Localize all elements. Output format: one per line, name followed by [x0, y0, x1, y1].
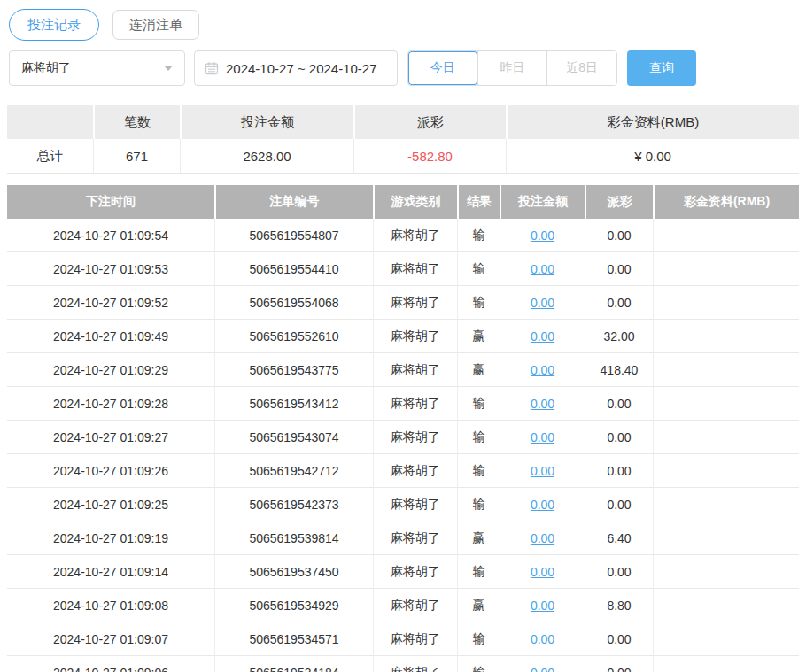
table-row: 2024-10-27 01:09:285065619543412麻将胡了输0.0…	[7, 387, 799, 421]
bet-amount-link[interactable]: 0.00	[531, 464, 554, 478]
cell-payout: 0.00	[585, 219, 653, 252]
tab-betting-records[interactable]: 投注记录	[9, 9, 99, 41]
bet-amount-link[interactable]: 0.00	[531, 329, 554, 344]
bet-amount-link[interactable]: 0.00	[531, 531, 554, 545]
bet-amount-link[interactable]: 0.00	[531, 262, 554, 276]
table-row: 2024-10-27 01:09:065065619534184麻将胡了输0.0…	[7, 656, 799, 672]
cell-bet-amount: 0.00	[500, 286, 585, 320]
table-row: 2024-10-27 01:09:255065619542373麻将胡了输0.0…	[7, 488, 799, 521]
cell-bonus	[653, 421, 799, 454]
summary-payout: -582.80	[353, 139, 506, 174]
table-row: 2024-10-27 01:09:145065619537450麻将胡了输0.0…	[7, 555, 799, 589]
cell-order-no: 5065619543775	[214, 353, 373, 387]
cell-game: 麻将胡了	[373, 387, 457, 421]
cell-bet-amount: 0.00	[500, 488, 585, 521]
bet-amount-link[interactable]: 0.00	[531, 397, 554, 411]
cell-bonus	[653, 387, 799, 421]
cell-time: 2024-10-27 01:09:06	[7, 656, 214, 672]
cell-game: 麻将胡了	[373, 454, 457, 488]
cell-order-no: 5065619537450	[214, 555, 373, 589]
summary-header-row: 笔数投注金额派彩彩金资料(RMB)	[7, 105, 799, 139]
bet-amount-link[interactable]: 0.00	[531, 363, 554, 377]
cell-bet-amount: 0.00	[500, 589, 585, 622]
table-row: 2024-10-27 01:09:195065619539814麻将胡了赢0.0…	[7, 521, 799, 555]
table-row: 2024-10-27 01:09:535065619554410麻将胡了输0.0…	[7, 252, 799, 286]
cell-bonus	[653, 589, 799, 622]
bet-amount-link[interactable]: 0.00	[531, 632, 554, 646]
cell-bet-amount: 0.00	[500, 656, 585, 672]
cell-result: 输	[457, 488, 500, 521]
cell-payout: 8.80	[585, 589, 653, 622]
cell-game: 麻将胡了	[373, 252, 457, 286]
cell-result: 输	[457, 555, 500, 589]
table-row: 2024-10-27 01:09:075065619534571麻将胡了输0.0…	[7, 622, 799, 656]
table-row: 2024-10-27 01:09:265065619542712麻将胡了输0.0…	[7, 454, 799, 488]
cell-bonus	[653, 320, 799, 353]
cell-payout: 0.00	[585, 387, 653, 421]
cell-game: 麻将胡了	[373, 555, 457, 589]
yesterday-button[interactable]: 昨日	[477, 51, 547, 85]
bet-amount-link[interactable]: 0.00	[531, 498, 554, 512]
date-range-value: 2024-10-27 ~ 2024-10-27	[226, 61, 377, 76]
summary-total-row: 总计 671 2628.00 -582.80 ¥ 0.00	[7, 139, 799, 174]
bet-amount-link[interactable]: 0.00	[531, 666, 554, 672]
cell-order-no: 5065619534184	[214, 656, 373, 672]
last-8-days-button[interactable]: 近8日	[546, 51, 616, 85]
bet-amount-link[interactable]: 0.00	[531, 599, 554, 613]
cell-order-no: 5065619552610	[214, 320, 373, 353]
table-row: 2024-10-27 01:09:295065619543775麻将胡了赢0.0…	[7, 353, 799, 387]
cell-game: 麻将胡了	[373, 622, 457, 656]
cell-bet-amount: 0.00	[500, 421, 585, 454]
summary-column-header: 投注金额	[180, 105, 353, 139]
cell-bet-amount: 0.00	[500, 219, 585, 252]
cell-time: 2024-10-27 01:09:26	[7, 454, 214, 488]
bet-amount-link[interactable]: 0.00	[531, 228, 554, 243]
cell-order-no: 5065619534571	[214, 622, 373, 656]
cell-result: 赢	[457, 320, 500, 353]
tab-cancelled-orders[interactable]: 连消注单	[112, 10, 199, 40]
cell-payout: 0.00	[585, 421, 653, 454]
cell-order-no: 5065619534929	[214, 589, 373, 622]
cell-result: 赢	[457, 521, 500, 555]
today-button[interactable]: 今日	[408, 51, 477, 85]
cell-game: 麻将胡了	[373, 320, 457, 353]
cell-time: 2024-10-27 01:09:25	[7, 488, 214, 521]
cell-payout: 0.00	[585, 555, 653, 589]
cell-result: 赢	[457, 589, 500, 622]
calendar-icon	[205, 61, 219, 75]
records-table: 下注时间注单编号游戏类别结果投注金额派彩彩金资料(RMB) 2024-10-27…	[7, 185, 799, 672]
summary-column-header: 笔数	[93, 105, 180, 139]
summary-bonus: ¥ 0.00	[506, 139, 799, 174]
cell-game: 麻将胡了	[373, 219, 457, 252]
bet-amount-link[interactable]: 0.00	[531, 296, 554, 310]
cell-time: 2024-10-27 01:09:14	[7, 555, 214, 589]
records-column-header: 投注金额	[500, 185, 585, 219]
cell-game: 麻将胡了	[373, 286, 457, 320]
cell-time: 2024-10-27 01:09:29	[7, 353, 214, 387]
cell-bonus	[653, 219, 799, 252]
table-row: 2024-10-27 01:09:545065619554807麻将胡了输0.0…	[7, 219, 799, 252]
date-range-input[interactable]: 2024-10-27 ~ 2024-10-27	[194, 50, 398, 86]
cell-bonus	[653, 656, 799, 672]
cell-time: 2024-10-27 01:09:08	[7, 589, 214, 622]
cell-bet-amount: 0.00	[500, 555, 585, 589]
records-column-header: 彩金资料(RMB)	[653, 185, 799, 219]
summary-column-header: 彩金资料(RMB)	[506, 105, 799, 139]
query-button[interactable]: 查询	[627, 50, 696, 86]
quick-range-group: 今日 昨日 近8日	[407, 50, 617, 86]
summary-column-header: 派彩	[353, 105, 506, 139]
summary-count: 671	[93, 139, 180, 174]
cell-bet-amount: 0.00	[500, 320, 585, 353]
bet-amount-link[interactable]: 0.00	[531, 565, 554, 579]
cell-time: 2024-10-27 01:09:28	[7, 387, 214, 421]
tabs: 投注记录 连消注单	[9, 9, 799, 41]
cell-result: 输	[457, 421, 500, 454]
cell-time: 2024-10-27 01:09:52	[7, 286, 214, 320]
cell-bonus	[653, 252, 799, 286]
cell-time: 2024-10-27 01:09:49	[7, 320, 214, 353]
cell-payout: 32.00	[585, 320, 653, 353]
cell-time: 2024-10-27 01:09:53	[7, 252, 214, 286]
bet-amount-link[interactable]: 0.00	[531, 430, 554, 444]
cell-time: 2024-10-27 01:09:54	[7, 219, 214, 252]
game-select[interactable]: 麻将胡了	[9, 50, 185, 86]
